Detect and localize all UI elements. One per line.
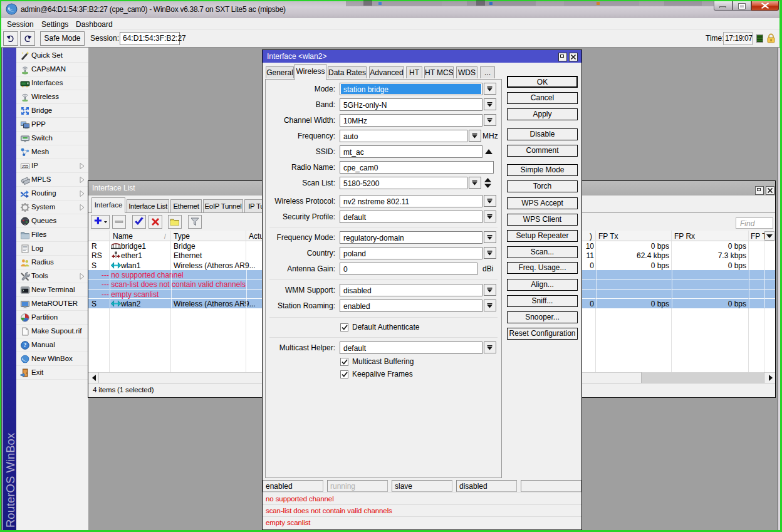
svg-text:255: 255 — [22, 164, 29, 169]
svg-text:?: ? — [24, 342, 27, 348]
